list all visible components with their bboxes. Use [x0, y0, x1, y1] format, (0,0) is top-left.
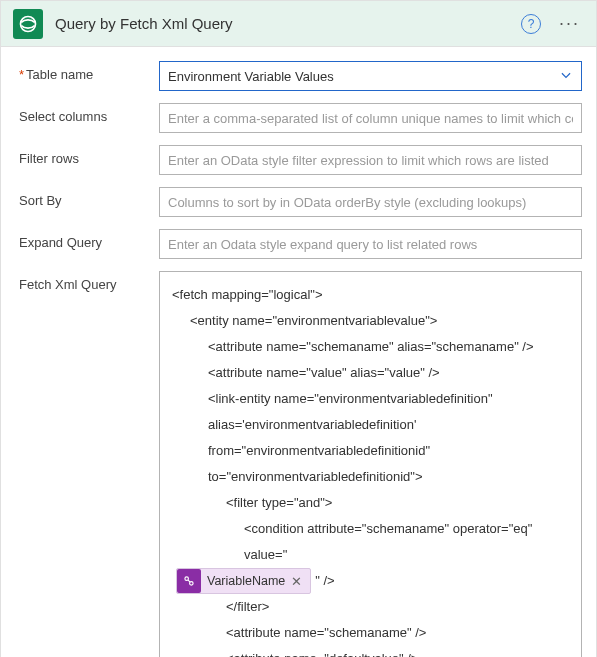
dataverse-logo-icon — [13, 9, 43, 39]
field-expand-query: Expand Query — [19, 229, 582, 259]
field-select-columns: Select columns — [19, 103, 582, 133]
help-icon[interactable]: ? — [521, 14, 541, 34]
table-name-dropdown[interactable]: Environment Variable Values — [159, 61, 582, 91]
filter-rows-input-wrapper[interactable] — [159, 145, 582, 175]
xml-line-tail: " /> — [315, 568, 334, 594]
xml-line: <attribute name="schemaname" /> — [172, 620, 569, 646]
action-card: Query by Fetch Xml Query ? ··· *Table na… — [0, 0, 597, 657]
filter-rows-input[interactable] — [168, 153, 573, 168]
label-expand-query: Expand Query — [19, 229, 159, 250]
xml-line: <filter type="and"> — [172, 490, 569, 516]
xml-line: <link-entity name="environmentvariablede… — [172, 386, 569, 438]
label-fetch-xml: Fetch Xml Query — [19, 271, 159, 292]
field-fetch-xml: Fetch Xml Query <fetch mapping="logical"… — [19, 271, 582, 657]
field-table-name: *Table name Environment Variable Values — [19, 61, 582, 91]
dynamic-token-chip[interactable]: VariableName ✕ — [176, 568, 311, 594]
select-columns-input[interactable] — [168, 111, 573, 126]
chevron-down-icon — [559, 68, 573, 85]
close-icon[interactable]: ✕ — [289, 575, 304, 588]
table-name-value: Environment Variable Values — [168, 69, 334, 84]
label-sort-by: Sort By — [19, 187, 159, 208]
select-columns-input-wrapper[interactable] — [159, 103, 582, 133]
xml-line: <attribute name="defaultvalue" /> — [172, 646, 569, 657]
card-header[interactable]: Query by Fetch Xml Query ? ··· — [1, 1, 596, 47]
label-table-name: *Table name — [19, 61, 159, 82]
label-select-columns: Select columns — [19, 103, 159, 124]
expand-query-input[interactable] — [168, 237, 573, 252]
label-filter-rows: Filter rows — [19, 145, 159, 166]
xml-line: </filter> — [172, 594, 569, 620]
xml-line: <fetch mapping="logical"> — [172, 282, 569, 308]
variable-icon — [177, 569, 201, 593]
card-body: *Table name Environment Variable Values … — [1, 47, 596, 657]
fetch-xml-editor[interactable]: <fetch mapping="logical"> <entity name="… — [159, 271, 582, 657]
xml-line: <entity name="environmentvariablevalue"> — [172, 308, 569, 334]
field-sort-by: Sort By — [19, 187, 582, 217]
sort-by-input-wrapper[interactable] — [159, 187, 582, 217]
xml-line: <attribute name="value" alias="value" /> — [172, 360, 569, 386]
xml-token-line: VariableName ✕ " /> — [172, 568, 569, 594]
sort-by-input[interactable] — [168, 195, 573, 210]
more-menu-icon[interactable]: ··· — [555, 9, 584, 38]
xml-line: from="environmentvariabledefinitionid" t… — [172, 438, 569, 490]
field-filter-rows: Filter rows — [19, 145, 582, 175]
token-label: VariableName — [207, 575, 289, 588]
expand-query-input-wrapper[interactable] — [159, 229, 582, 259]
xml-line: <condition attribute="schemaname" operat… — [172, 516, 569, 568]
svg-point-0 — [21, 16, 36, 31]
xml-line: <attribute name="schemaname" alias="sche… — [172, 334, 569, 360]
card-title: Query by Fetch Xml Query — [55, 15, 521, 32]
